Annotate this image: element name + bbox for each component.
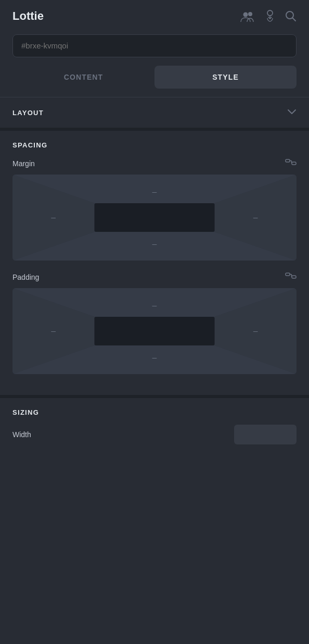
svg-text:–: – <box>152 187 157 196</box>
sizing-section: SIZING Width <box>0 398 309 455</box>
svg-rect-17 <box>286 273 290 276</box>
margin-box-diagram[interactable]: – – – – <box>12 175 297 261</box>
tab-bar: CONTENT STYLE <box>12 66 297 89</box>
width-label: Width <box>12 430 31 439</box>
search-icon[interactable] <box>285 10 297 22</box>
svg-text:–: – <box>253 213 258 221</box>
svg-point-2 <box>267 10 273 16</box>
width-row: Width <box>12 425 297 444</box>
svg-text:–: – <box>152 353 157 362</box>
svg-rect-6 <box>292 162 296 165</box>
sizing-title: SIZING <box>12 408 297 416</box>
search-input[interactable] <box>21 41 288 50</box>
tab-style[interactable]: STYLE <box>154 66 297 89</box>
header-icon-group <box>240 9 297 23</box>
width-input[interactable] <box>234 425 297 444</box>
svg-text:–: – <box>152 301 157 309</box>
svg-text:–: – <box>152 239 157 248</box>
layout-chevron-icon <box>287 108 297 117</box>
svg-rect-5 <box>286 159 290 162</box>
search-bar[interactable] <box>12 34 297 57</box>
svg-rect-12 <box>95 203 215 232</box>
app-title: Lottie <box>12 9 44 23</box>
padding-link-icon[interactable] <box>285 271 297 283</box>
margin-link-icon[interactable] <box>285 157 297 169</box>
padding-row: Padding <box>12 271 297 283</box>
padding-label: Padding <box>12 273 39 281</box>
svg-text:–: – <box>51 213 56 221</box>
touch-icon[interactable] <box>264 9 276 23</box>
margin-row: Margin <box>12 157 297 169</box>
spacing-title: SPACING <box>12 141 297 149</box>
svg-text:–: – <box>253 326 258 335</box>
header: Lottie <box>0 0 309 32</box>
svg-point-1 <box>243 13 248 17</box>
layout-title: LAYOUT <box>12 109 44 117</box>
svg-rect-18 <box>292 276 296 278</box>
people-icon[interactable] <box>240 10 255 22</box>
padding-box-diagram[interactable]: – – – – <box>12 288 297 374</box>
spacing-section: SPACING Margin – <box>0 131 309 395</box>
layout-section-header[interactable]: LAYOUT <box>12 108 297 117</box>
margin-label: Margin <box>12 159 35 168</box>
layout-section: LAYOUT <box>0 97 309 128</box>
svg-point-0 <box>248 12 252 16</box>
svg-text:–: – <box>51 326 56 335</box>
svg-line-4 <box>293 18 296 21</box>
svg-rect-24 <box>95 317 215 345</box>
tab-content[interactable]: CONTENT <box>12 66 154 89</box>
